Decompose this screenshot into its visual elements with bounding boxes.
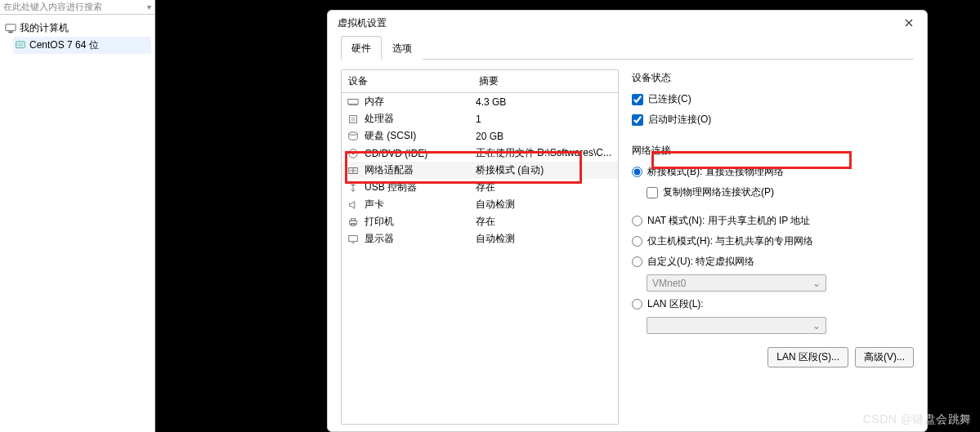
tab-hardware[interactable]: 硬件 xyxy=(341,36,382,60)
chk-connected[interactable]: 已连接(C) xyxy=(632,91,914,107)
svg-rect-1 xyxy=(8,31,12,33)
sound-icon xyxy=(347,199,360,211)
radio-hostonly[interactable]: 仅主机模式(H): 与主机共享的专用网络 xyxy=(632,234,914,249)
radio-custom[interactable]: 自定义(U): 特定虚拟网络 xyxy=(632,254,914,269)
svg-point-9 xyxy=(352,152,355,154)
chk-connect-poweron[interactable]: 启动时连接(O) xyxy=(632,112,914,127)
radio-hostonly-input[interactable] xyxy=(632,236,642,247)
tree-item-vm[interactable]: CentOS 7 64 位 xyxy=(13,37,151,54)
hardware-row[interactable]: CD/DVD (IDE)正在使用文件 D:\Softwares\C... xyxy=(342,145,618,162)
hardware-summary: 1 xyxy=(472,114,618,125)
radio-lan-label: LAN 区段(L): xyxy=(647,297,704,311)
chk-connected-label: 已连接(C) xyxy=(648,92,691,106)
chk-connected-input[interactable] xyxy=(632,94,643,105)
hardware-summary: 4.3 GB xyxy=(472,96,618,108)
hardware-row[interactable]: 硬盘 (SCSI)20 GB xyxy=(342,127,618,145)
radio-lan[interactable]: LAN 区段(L): xyxy=(632,296,914,312)
hardware-summary: 自动检测 xyxy=(472,198,618,212)
radio-bridged-label: 桥接模式(B): 直接连接物理网络 xyxy=(647,165,784,179)
tabs: 硬件 选项 xyxy=(341,35,914,60)
display-icon xyxy=(347,234,360,245)
hardware-name: 显示器 xyxy=(365,232,394,246)
lan-segment-combo: ⌄ xyxy=(647,317,826,334)
svg-rect-0 xyxy=(6,24,16,30)
radio-nat-label: NAT 模式(N): 用于共享主机的 IP 地址 xyxy=(647,214,810,228)
hardware-name: CD/DVD (IDE) xyxy=(365,148,427,159)
advanced-button[interactable]: 高级(V)... xyxy=(855,347,914,367)
chk-replicate[interactable]: 复制物理网络连接状态(P) xyxy=(647,185,914,200)
svg-point-7 xyxy=(349,131,358,135)
lan-segments-button[interactable]: LAN 区段(S)... xyxy=(767,347,848,367)
device-settings: 设备状态 已连接(C) 启动时连接(O) 网络连接 桥接模式(B): 直接连接物… xyxy=(632,69,914,425)
hardware-row[interactable]: 网络适配器桥接模式 (自动) xyxy=(342,162,618,179)
hardware-row[interactable]: 内存4.3 GB xyxy=(342,93,618,110)
radio-nat-input[interactable] xyxy=(632,216,642,226)
svg-rect-4 xyxy=(348,99,358,104)
hardware-summary: 正在使用文件 D:\Softwares\C... xyxy=(472,146,618,160)
chevron-down-icon: ⌄ xyxy=(812,320,821,332)
chk-connect-poweron-label: 启动时连接(O) xyxy=(648,113,711,127)
hardware-name: 声卡 xyxy=(365,198,384,212)
printer-icon xyxy=(347,216,360,228)
svg-rect-6 xyxy=(351,117,355,121)
vm-settings-dialog: 虚拟机设置 硬件 选项 设备 摘要 内存4.3 GB处理器1硬盘 (SCSI)2… xyxy=(327,10,928,432)
chk-replicate-label: 复制物理网络连接状态(P) xyxy=(663,185,774,199)
memory-icon xyxy=(347,96,360,108)
search-input[interactable]: 在此处键入内容进行搜索 ▾ xyxy=(0,0,154,15)
network-title: 网络连接 xyxy=(632,144,914,158)
tree-root-label: 我的计算机 xyxy=(20,21,69,35)
hardware-row[interactable]: 显示器自动检测 xyxy=(342,230,618,247)
usb-icon xyxy=(347,182,360,194)
hardware-header: 设备 摘要 xyxy=(342,70,618,93)
svg-rect-3 xyxy=(18,42,24,46)
hardware-summary: 20 GB xyxy=(472,131,618,142)
radio-bridged-input[interactable] xyxy=(632,167,642,177)
hardware-row[interactable]: USB 控制器存在 xyxy=(342,179,618,196)
radio-nat[interactable]: NAT 模式(N): 用于共享主机的 IP 地址 xyxy=(632,213,914,229)
custom-vnet-value: VMnet0 xyxy=(652,278,686,289)
close-icon xyxy=(905,19,913,27)
svg-rect-12 xyxy=(351,218,355,220)
close-button[interactable] xyxy=(897,13,920,33)
hardware-name: 硬盘 (SCSI) xyxy=(365,129,416,143)
tree-vm-label: CentOS 7 64 位 xyxy=(29,38,99,52)
hardware-row[interactable]: 处理器1 xyxy=(342,110,618,127)
radio-hostonly-label: 仅主机模式(H): 与主机共享的专用网络 xyxy=(647,234,813,248)
hardware-name: 打印机 xyxy=(365,215,394,229)
hardware-name: 网络适配器 xyxy=(365,163,414,177)
vm-icon xyxy=(15,40,26,51)
chk-replicate-input[interactable] xyxy=(647,187,658,198)
hardware-summary: 自动检测 xyxy=(472,232,618,246)
custom-vnet-combo: VMnet0 ⌄ xyxy=(647,274,826,292)
hardware-name: 处理器 xyxy=(365,112,394,126)
hardware-list: 设备 摘要 内存4.3 GB处理器1硬盘 (SCSI)20 GBCD/DVD (… xyxy=(341,69,619,425)
disk-icon xyxy=(347,131,360,142)
status-title: 设备状态 xyxy=(632,71,914,85)
hardware-name: 内存 xyxy=(365,95,384,109)
chevron-down-icon: ▾ xyxy=(147,2,151,11)
vm-tree: 我的计算机 CentOS 7 64 位 xyxy=(0,15,154,59)
tab-options[interactable]: 选项 xyxy=(382,36,423,60)
titlebar: 虚拟机设置 xyxy=(328,11,927,35)
radio-custom-input[interactable] xyxy=(632,256,642,267)
cpu-icon xyxy=(347,114,360,125)
search-placeholder: 在此处键入内容进行搜索 xyxy=(3,1,102,13)
col-device: 设备 xyxy=(342,70,472,92)
dialog-title: 虚拟机设置 xyxy=(338,16,897,30)
radio-lan-input[interactable] xyxy=(632,299,642,310)
hardware-row[interactable]: 声卡自动检测 xyxy=(342,196,618,213)
computer-icon xyxy=(5,23,16,34)
hardware-summary: 桥接模式 (自动) xyxy=(472,163,618,177)
watermark: CSDN @键盘会跳舞 xyxy=(863,412,972,427)
hardware-name: USB 控制器 xyxy=(365,180,417,194)
hardware-row[interactable]: 打印机存在 xyxy=(342,213,618,230)
radio-bridged[interactable]: 桥接模式(B): 直接连接物理网络 xyxy=(632,164,914,180)
hardware-summary: 存在 xyxy=(472,180,618,194)
tree-root-computer[interactable]: 我的计算机 xyxy=(3,20,151,37)
radio-custom-label: 自定义(U): 特定虚拟网络 xyxy=(647,255,754,269)
svg-rect-14 xyxy=(349,235,358,241)
cd-icon xyxy=(347,148,360,159)
col-summary: 摘要 xyxy=(472,70,618,92)
nic-icon xyxy=(347,165,360,176)
chk-connect-poweron-input[interactable] xyxy=(632,114,643,126)
